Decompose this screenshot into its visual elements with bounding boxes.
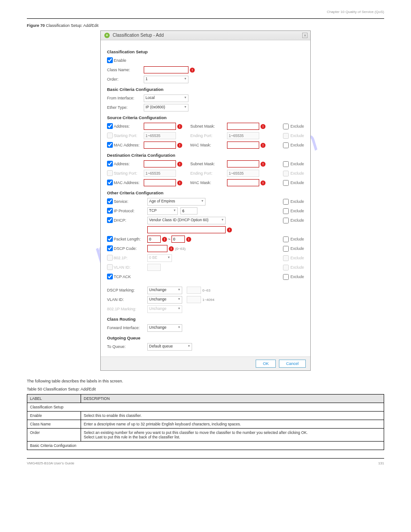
exclude-label: Exclude — [291, 218, 304, 223]
footer-left: VMG4825-B10A User's Guide — [27, 461, 74, 465]
src-port-exclude-chk — [283, 133, 289, 139]
exclude-label: Exclude — [291, 199, 304, 204]
tcpack-chk[interactable] — [107, 274, 113, 279]
ipproto-num-input[interactable] — [180, 207, 197, 215]
table-intro: The following table describes the labels… — [27, 379, 384, 383]
8021p-select: 0 BE — [147, 254, 172, 262]
table-cell-label: Enable — [27, 412, 81, 420]
cancel-button[interactable]: Cancel — [279, 360, 306, 368]
dialog-footer: OK Cancel — [101, 356, 310, 370]
pktlen-chk[interactable] — [107, 236, 113, 242]
src-address-chk[interactable] — [107, 123, 113, 129]
src-mac-input[interactable] — [144, 142, 176, 149]
classification-setup-dialog: + Classification Setup - Add ✕ Classific… — [100, 30, 311, 371]
vlanid-exclude-chk — [283, 265, 289, 270]
src-address-input[interactable] — [144, 123, 176, 130]
8021p-chk — [107, 255, 113, 261]
fwd-interface-select[interactable]: Unchange — [147, 324, 182, 332]
error-icon: ! — [177, 162, 182, 167]
dhcp-chk[interactable] — [107, 217, 113, 223]
src-addr-exclude-chk[interactable] — [283, 124, 289, 129]
page-footer: VMG4825-B10A User's Guide 131 — [27, 458, 384, 465]
error-icon: ! — [261, 124, 265, 129]
to-queue-select[interactable]: Default queue — [147, 343, 192, 351]
from-interface-select[interactable]: Local — [144, 94, 188, 102]
vlanid-chk — [107, 264, 113, 270]
pktlen-from-input[interactable] — [147, 236, 161, 243]
exclude-label: Exclude — [291, 171, 304, 176]
dst-port-chk — [107, 170, 113, 176]
section-class-routing: Class Routing — [107, 317, 304, 322]
exclude-label: Exclude — [291, 265, 304, 270]
service-select[interactable]: Age of Empires — [147, 198, 206, 206]
service-exclude-chk[interactable] — [283, 199, 289, 205]
tcpack-exclude-chk[interactable] — [283, 274, 289, 280]
exclude-label: Exclude — [291, 256, 304, 260]
error-icon: ! — [261, 162, 265, 167]
error-icon: ! — [261, 143, 265, 148]
8021p-label: 802.1P: — [114, 256, 147, 260]
description-table: LABEL DESCRIPTION Classification SetupEn… — [27, 394, 384, 450]
ok-button[interactable]: OK — [256, 360, 276, 368]
add-icon: + — [104, 33, 110, 38]
ipproto-label: IP Protocol: — [114, 209, 147, 213]
dst-endport-input — [227, 170, 259, 177]
vlanid-input — [147, 264, 161, 271]
vlan-marking-label: VLAN ID: — [107, 297, 147, 302]
src-subnet-input[interactable] — [227, 123, 259, 130]
ether-type-select[interactable]: IP (0x0800) — [144, 104, 188, 112]
enable-checkbox[interactable] — [107, 57, 113, 63]
error-icon: ! — [177, 180, 182, 185]
ipproto-chk[interactable] — [107, 208, 113, 214]
error-icon: ! — [177, 124, 182, 129]
close-icon[interactable]: ✕ — [302, 33, 308, 38]
error-icon: ! — [190, 68, 195, 73]
tcpack-label: TCP ACK — [114, 275, 147, 279]
table-cell-desc: Enter a descriptive name of up to 32 pri… — [81, 420, 384, 429]
dscpcode-exclude-chk[interactable] — [283, 246, 289, 252]
dst-macmask-input[interactable] — [227, 179, 259, 186]
dst-addr-exclude-chk[interactable] — [283, 161, 289, 167]
dst-subnet-input[interactable] — [227, 160, 259, 167]
dst-address-input[interactable] — [144, 160, 176, 167]
dhcp-exclude-chk[interactable] — [283, 218, 289, 223]
section-outgoing-queue: Outgoing Queue — [107, 335, 304, 340]
error-icon: ! — [227, 227, 232, 232]
src-macmask-input[interactable] — [227, 142, 259, 149]
service-chk[interactable] — [107, 198, 113, 204]
dst-mac-input[interactable] — [144, 179, 176, 186]
th-desc: DESCRIPTION — [81, 395, 384, 403]
class-name-input[interactable] — [144, 66, 188, 73]
src-mac-chk[interactable] — [107, 142, 113, 148]
src-endport-label: Ending Port: — [190, 133, 227, 138]
src-startport-input — [144, 132, 176, 139]
ipproto-exclude-chk[interactable] — [283, 208, 289, 214]
dialog-title-text: Classification Setup - Add — [113, 33, 164, 38]
dscpcode-chk[interactable] — [107, 245, 113, 251]
pktlen-to-input[interactable] — [171, 236, 185, 243]
footer-pageno: 131 — [378, 461, 384, 465]
table-cell-desc: Select an existing number for where you … — [81, 429, 384, 442]
pktlen-exclude-chk[interactable] — [283, 236, 289, 242]
exclude-label: Exclude — [291, 209, 304, 213]
dst-mac-label: MAC Address: — [114, 180, 144, 185]
dscpcode-input[interactable] — [147, 245, 167, 252]
src-mac-label: MAC Address: — [114, 143, 144, 147]
dst-startport-label: Starting Port: — [114, 171, 144, 176]
dhcp-value-input[interactable] — [147, 226, 226, 233]
dst-mac-chk[interactable] — [107, 180, 113, 185]
src-mac-exclude-chk[interactable] — [283, 142, 289, 148]
dst-mac-exclude-chk[interactable] — [283, 180, 289, 186]
dhcp-select[interactable]: Vendor Class ID (DHCP Option 60) — [147, 217, 226, 224]
vlan-marking-select[interactable]: Unchange — [147, 296, 182, 304]
section-dest-criteria: Destination Criteria Configuration — [107, 153, 304, 158]
dscp-marking-select[interactable]: Unchange — [147, 287, 182, 294]
chapter-label: Chapter 10 Quality of Service (QoS) — [327, 10, 384, 14]
dhcp-label: DHCP: — [114, 218, 147, 223]
order-select[interactable]: 1 — [144, 76, 188, 83]
src-endport-input — [227, 132, 259, 139]
pktlen-label: Packet Length: — [114, 237, 147, 241]
dst-address-chk[interactable] — [107, 161, 113, 167]
ether-type-label: Ether Type: — [107, 105, 144, 110]
ipproto-select[interactable]: TCP — [147, 207, 178, 215]
